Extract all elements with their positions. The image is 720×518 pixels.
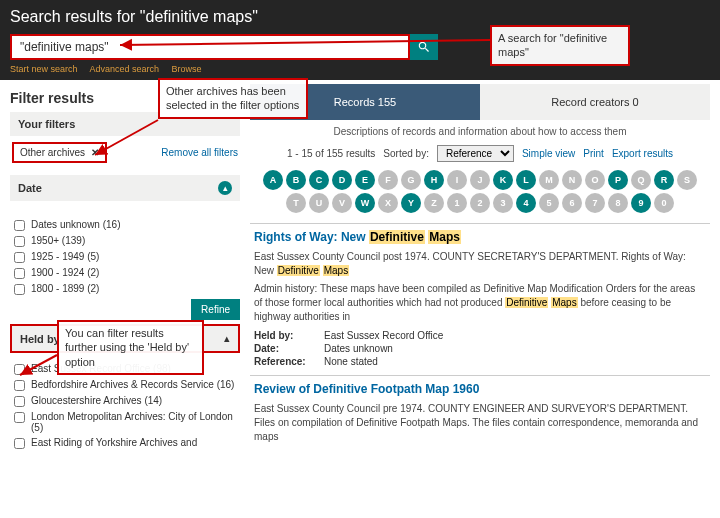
- result-title-link[interactable]: Review of Definitive Footpath Map 1960: [254, 382, 706, 396]
- alpha-letter[interactable]: D: [332, 170, 352, 190]
- checkbox[interactable]: [14, 236, 25, 247]
- results-range: 1 - 15 of 155 results: [287, 148, 375, 159]
- facet-date-header[interactable]: Date ▴: [10, 175, 240, 201]
- sort-select[interactable]: Reference: [437, 145, 514, 162]
- alpha-letter: O: [585, 170, 605, 190]
- remove-all-filters-link[interactable]: Remove all filters: [161, 147, 238, 158]
- facet-date-options: Dates unknown (16) 1950+ (139) 1925 - 19…: [10, 209, 240, 295]
- facet-heldby-options: East Sussex Record Office (98) Bedfordsh…: [10, 353, 240, 449]
- alpha-letter[interactable]: K: [493, 170, 513, 190]
- alpha-letter: 6: [562, 193, 582, 213]
- alpha-letter: X: [378, 193, 398, 213]
- heldby-option[interactable]: London Metropolitan Archives: City of Lo…: [14, 411, 236, 433]
- checkbox[interactable]: [14, 380, 25, 391]
- checkbox[interactable]: [14, 268, 25, 279]
- print-link[interactable]: Print: [583, 148, 604, 159]
- alpha-letter: 1: [447, 193, 467, 213]
- alpha-letter: M: [539, 170, 559, 190]
- alpha-letter: Z: [424, 193, 444, 213]
- alpha-letter: 3: [493, 193, 513, 213]
- tab-record-creators[interactable]: Record creators 0: [480, 84, 710, 120]
- checkbox[interactable]: [14, 438, 25, 449]
- refine-row: Refine: [10, 299, 240, 320]
- close-icon: ✕: [91, 147, 99, 158]
- alpha-letter: 8: [608, 193, 628, 213]
- your-filters-heading: Your filters: [10, 112, 240, 136]
- alpha-letter: V: [332, 193, 352, 213]
- alpha-letter: I: [447, 170, 467, 190]
- alpha-letter[interactable]: E: [355, 170, 375, 190]
- checkbox[interactable]: [14, 364, 25, 375]
- heldby-option[interactable]: Gloucestershire Archives (14): [14, 395, 236, 407]
- page-header: Search results for "definitive maps" Sta…: [0, 0, 720, 80]
- search-input[interactable]: [10, 34, 410, 60]
- export-results-link[interactable]: Export results: [612, 148, 673, 159]
- result-metadata: Held by:East Sussex Record Office Date:D…: [254, 330, 706, 367]
- refine-button[interactable]: Refine: [191, 299, 240, 320]
- date-option[interactable]: 1950+ (139): [14, 235, 236, 247]
- checkbox[interactable]: [14, 220, 25, 231]
- your-filters-block: Your filters Other archives ✕ Remove all…: [10, 112, 240, 169]
- alpha-letter: J: [470, 170, 490, 190]
- date-option[interactable]: Dates unknown (16): [14, 219, 236, 231]
- checkbox[interactable]: [14, 412, 25, 423]
- alpha-letter[interactable]: Y: [401, 193, 421, 213]
- alpha-letter[interactable]: 9: [631, 193, 651, 213]
- chip-label: Other archives: [20, 147, 85, 158]
- checkbox[interactable]: [14, 396, 25, 407]
- alpha-letter: Q: [631, 170, 651, 190]
- simple-view-link[interactable]: Simple view: [522, 148, 575, 159]
- advanced-search-link[interactable]: Advanced search: [90, 64, 160, 74]
- alpha-letter[interactable]: A: [263, 170, 283, 190]
- search-icon: [417, 40, 431, 54]
- search-button[interactable]: [410, 34, 438, 60]
- result-title-link[interactable]: Rights of Way: New Definitive Maps: [254, 230, 706, 244]
- alpha-letter: S: [677, 170, 697, 190]
- alpha-letter[interactable]: W: [355, 193, 375, 213]
- search-result: Review of Definitive Footpath Map 1960 E…: [250, 375, 710, 454]
- tab-records[interactable]: Records 155: [250, 84, 480, 120]
- alpha-letter: 5: [539, 193, 559, 213]
- date-option[interactable]: 1800 - 1899 (2): [14, 283, 236, 295]
- alpha-letter: T: [286, 193, 306, 213]
- checkbox[interactable]: [14, 252, 25, 263]
- alpha-letter[interactable]: L: [516, 170, 536, 190]
- alpha-letter: 2: [470, 193, 490, 213]
- alpha-letter[interactable]: P: [608, 170, 628, 190]
- search-bar: [10, 34, 710, 60]
- alpha-letter[interactable]: R: [654, 170, 674, 190]
- alpha-letter[interactable]: C: [309, 170, 329, 190]
- alpha-nav: ABCDEFGHIJKLMNOPQRSTUVWXYZ1234567890: [256, 170, 704, 213]
- filter-sidebar: Filter results Your filters Other archiv…: [0, 80, 250, 518]
- chevron-up-icon: ▴: [218, 181, 232, 195]
- result-context: East Sussex County Council pre 1974. COU…: [254, 402, 706, 444]
- date-option[interactable]: 1925 - 1949 (5): [14, 251, 236, 263]
- chevron-up-icon: ▴: [224, 332, 230, 345]
- alpha-letter: 0: [654, 193, 674, 213]
- alpha-letter: G: [401, 170, 421, 190]
- page-title: Search results for "definitive maps": [10, 8, 710, 26]
- facet-heldby-header[interactable]: Held by ▴: [10, 324, 240, 353]
- alpha-letter[interactable]: B: [286, 170, 306, 190]
- filter-chip-other-archives[interactable]: Other archives ✕: [12, 142, 107, 163]
- results-description: Descriptions of records and information …: [250, 126, 710, 137]
- heldby-option[interactable]: East Riding of Yorkshire Archives and: [14, 437, 236, 449]
- filter-results-heading: Filter results: [10, 90, 240, 106]
- sort-bar: 1 - 15 of 155 results Sorted by: Referen…: [250, 145, 710, 162]
- checkbox[interactable]: [14, 284, 25, 295]
- result-context: East Sussex County Council post 1974. CO…: [254, 250, 706, 278]
- facet-date-label: Date: [18, 182, 42, 194]
- browse-link[interactable]: Browse: [172, 64, 202, 74]
- heldby-option[interactable]: East Sussex Record Office (98): [14, 363, 236, 375]
- heldby-option[interactable]: Bedfordshire Archives & Records Service …: [14, 379, 236, 391]
- alpha-letter: U: [309, 193, 329, 213]
- start-new-search-link[interactable]: Start new search: [10, 64, 78, 74]
- result-admin-history: Admin history: These maps have been comp…: [254, 282, 706, 324]
- facet-heldby-label: Held by: [20, 333, 60, 345]
- sorted-by-label: Sorted by:: [383, 148, 429, 159]
- search-result: Rights of Way: New Definitive Maps East …: [250, 223, 710, 375]
- date-option[interactable]: 1900 - 1924 (2): [14, 267, 236, 279]
- results-main: Records 155 Record creators 0 Descriptio…: [250, 80, 720, 518]
- alpha-letter[interactable]: H: [424, 170, 444, 190]
- alpha-letter[interactable]: 4: [516, 193, 536, 213]
